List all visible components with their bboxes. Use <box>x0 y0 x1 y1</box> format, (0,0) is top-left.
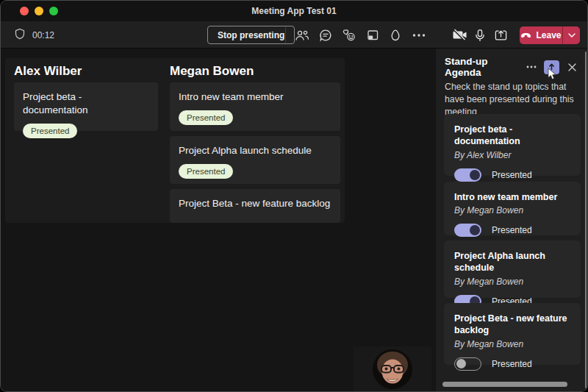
reactions-icon[interactable] <box>338 21 360 49</box>
share-tray-icon[interactable] <box>490 21 512 49</box>
agenda-item: Intro new team member By Megan Bowen Pre… <box>444 182 581 235</box>
agenda-item-title: Project beta - documentation <box>454 124 570 148</box>
self-video-avatar <box>372 349 413 391</box>
vertical-scrollbar[interactable] <box>585 51 587 388</box>
toolbar-divider <box>285 27 286 43</box>
leave-button-label: Leave <box>536 30 561 40</box>
shared-stage: Alex Wilber Project beta - documentation… <box>1 49 436 392</box>
leave-split-button: Leave <box>520 26 580 44</box>
mic-icon[interactable] <box>469 21 491 49</box>
stage-card-title: Intro new team member <box>179 90 331 104</box>
sidebar-more-icon[interactable] <box>523 60 539 74</box>
agenda-item-author: By Megan Bowen <box>454 339 570 349</box>
standup-agenda-panel: Stand-up Agenda Check the stand up topic… <box>436 49 588 392</box>
horizontal-scrollbar[interactable] <box>442 382 567 387</box>
standup-board: Alex Wilber Project beta - documentation… <box>5 58 345 223</box>
presented-badge: Presented <box>179 164 233 179</box>
more-icon[interactable] <box>408 21 430 49</box>
stop-presenting-button[interactable]: Stop presenting <box>207 26 295 44</box>
agenda-item: Project Alpha launch schedule By Megan B… <box>444 240 581 298</box>
self-video-tile[interactable] <box>354 346 431 392</box>
stage-card-title: Project Alpha launch schedule <box>179 144 331 157</box>
presented-badge: Presented <box>179 110 233 125</box>
stage-card: Project Alpha launch schedule Presented <box>170 136 340 184</box>
meeting-timer: 00:12 <box>14 21 54 49</box>
column-header-megan: Megan Bowen <box>170 64 254 79</box>
agenda-item-title: Intro new team member <box>454 191 570 203</box>
sidebar-title: Stand-up Agenda <box>445 56 523 78</box>
hang-up-icon <box>520 32 531 38</box>
agenda-item: Project Beta - new feature backlog By Me… <box>444 303 581 365</box>
close-panel-icon[interactable] <box>564 60 580 74</box>
timer-text: 00:12 <box>32 30 54 40</box>
stage-card: Project Beta - new feature backlog <box>170 189 340 223</box>
mouse-cursor <box>548 68 557 80</box>
presented-toggle[interactable] <box>454 357 481 371</box>
titlebar: Meeting App Test 01 <box>1 1 587 21</box>
agenda-item: Project beta - documentation By Alex Wil… <box>444 114 581 176</box>
agenda-item-author: By Alex Wilber <box>454 150 570 160</box>
app-icon[interactable] <box>384 21 406 49</box>
share-window-icon[interactable] <box>362 21 384 49</box>
agenda-item-title: Project Beta - new feature backlog <box>454 313 570 337</box>
shield-icon <box>14 28 26 43</box>
window-title: Meeting App Test 01 <box>1 6 587 16</box>
leave-button[interactable]: Leave <box>520 26 562 44</box>
stage-card-title: Project Beta - new feature backlog <box>179 197 331 210</box>
chat-icon[interactable] <box>315 21 337 49</box>
stage-card-title: Project beta - documentation <box>23 90 149 117</box>
meeting-toolbar: 00:12 Stop presenting <box>1 21 587 49</box>
stage-card: Intro new team member Presented <box>170 82 340 131</box>
presented-toggle[interactable] <box>454 224 481 237</box>
column-header-alex: Alex Wilber <box>14 64 82 79</box>
presented-toggle[interactable] <box>454 168 481 182</box>
agenda-item-author: By Megan Bowen <box>454 205 570 215</box>
toggle-label: Presented <box>492 225 532 235</box>
chevron-down-icon <box>568 33 576 38</box>
sidebar-description: Check the stand up topics that have been… <box>445 81 578 118</box>
toggle-label: Presented <box>492 359 532 369</box>
agenda-item-title: Project Alpha launch schedule <box>454 250 570 274</box>
presented-badge: Presented <box>23 124 77 138</box>
sidebar-header: Stand-up Agenda <box>445 59 580 75</box>
toggle-label: Presented <box>492 170 532 180</box>
camera-off-icon[interactable] <box>449 21 471 49</box>
leave-options-caret[interactable] <box>562 26 580 44</box>
participants-icon[interactable] <box>291 21 313 49</box>
teams-meeting-window: Meeting App Test 01 00:12 Stop presentin… <box>0 0 588 392</box>
agenda-item-author: By Megan Bowen <box>454 277 570 287</box>
stage-card: Project beta - documentation Presented <box>14 82 158 131</box>
